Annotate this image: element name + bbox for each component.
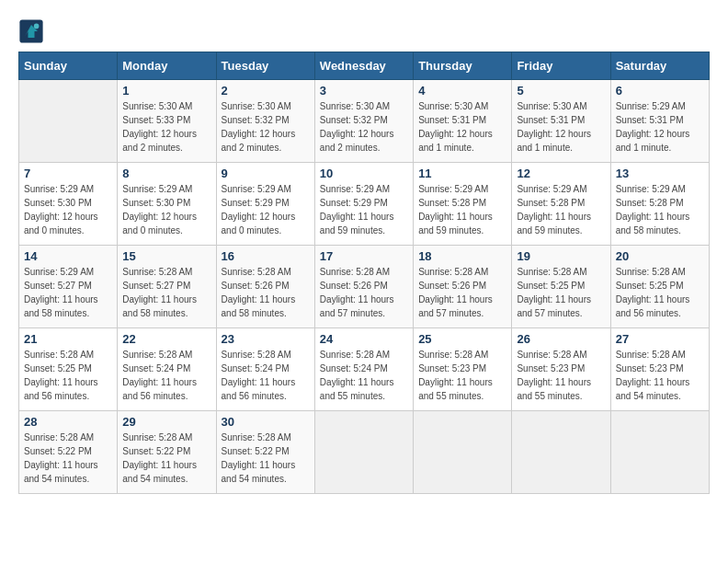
day-number: 24 xyxy=(320,332,408,346)
header-day: Wednesday xyxy=(314,52,413,80)
day-info: Sunrise: 5:30 AMSunset: 5:31 PMDaylight:… xyxy=(418,99,506,155)
day-number: 4 xyxy=(418,84,506,98)
header-day: Thursday xyxy=(414,52,512,80)
day-info: Sunrise: 5:28 AMSunset: 5:23 PMDaylight:… xyxy=(517,348,605,403)
calendar-cell: 18Sunrise: 5:28 AMSunset: 5:26 PMDayligh… xyxy=(414,246,512,328)
day-info: Sunrise: 5:28 AMSunset: 5:25 PMDaylight:… xyxy=(616,265,704,320)
calendar-week-row: 14Sunrise: 5:29 AMSunset: 5:27 PMDayligh… xyxy=(19,246,710,328)
logo-icon xyxy=(18,18,44,44)
day-number: 6 xyxy=(616,84,704,98)
calendar-cell: 11Sunrise: 5:29 AMSunset: 5:28 PMDayligh… xyxy=(414,163,512,246)
day-number: 30 xyxy=(222,415,310,429)
calendar-cell: 16Sunrise: 5:28 AMSunset: 5:26 PMDayligh… xyxy=(216,246,314,328)
header-row: SundayMondayTuesdayWednesdayThursdayFrid… xyxy=(19,52,710,80)
day-number: 25 xyxy=(418,332,506,346)
day-info: Sunrise: 5:28 AMSunset: 5:26 PMDaylight:… xyxy=(418,265,506,320)
calendar-cell: 21Sunrise: 5:28 AMSunset: 5:25 PMDayligh… xyxy=(19,328,118,411)
day-info: Sunrise: 5:28 AMSunset: 5:22 PMDaylight:… xyxy=(222,431,310,486)
calendar-week-row: 21Sunrise: 5:28 AMSunset: 5:25 PMDayligh… xyxy=(19,328,710,411)
calendar-cell: 19Sunrise: 5:28 AMSunset: 5:25 PMDayligh… xyxy=(512,246,610,328)
day-info: Sunrise: 5:28 AMSunset: 5:22 PMDaylight:… xyxy=(122,431,210,486)
day-number: 1 xyxy=(122,84,210,98)
header-day: Friday xyxy=(512,52,610,80)
day-number: 3 xyxy=(320,84,408,98)
day-info: Sunrise: 5:28 AMSunset: 5:27 PMDaylight:… xyxy=(122,265,210,320)
day-info: Sunrise: 5:29 AMSunset: 5:27 PMDaylight:… xyxy=(24,265,112,320)
day-number: 11 xyxy=(418,167,506,180)
day-info: Sunrise: 5:29 AMSunset: 5:28 PMDaylight:… xyxy=(517,182,605,237)
header-day: Monday xyxy=(118,52,216,80)
calendar-cell: 26Sunrise: 5:28 AMSunset: 5:23 PMDayligh… xyxy=(512,328,610,411)
calendar-cell xyxy=(512,411,610,494)
day-info: Sunrise: 5:29 AMSunset: 5:31 PMDaylight:… xyxy=(616,99,704,155)
calendar-cell: 30Sunrise: 5:28 AMSunset: 5:22 PMDayligh… xyxy=(216,411,314,494)
day-number: 9 xyxy=(222,167,310,180)
day-info: Sunrise: 5:28 AMSunset: 5:24 PMDaylight:… xyxy=(122,348,210,403)
calendar-cell: 4Sunrise: 5:30 AMSunset: 5:31 PMDaylight… xyxy=(414,80,512,163)
calendar-cell: 2Sunrise: 5:30 AMSunset: 5:32 PMDaylight… xyxy=(216,80,314,163)
calendar-cell: 7Sunrise: 5:29 AMSunset: 5:30 PMDaylight… xyxy=(19,163,118,246)
calendar-table: SundayMondayTuesdayWednesdayThursdayFrid… xyxy=(18,52,710,494)
day-info: Sunrise: 5:28 AMSunset: 5:24 PMDaylight:… xyxy=(320,348,408,403)
calendar-cell: 1Sunrise: 5:30 AMSunset: 5:33 PMDaylight… xyxy=(118,80,216,163)
day-number: 16 xyxy=(222,249,310,263)
calendar-cell: 14Sunrise: 5:29 AMSunset: 5:27 PMDayligh… xyxy=(19,246,118,328)
day-number: 23 xyxy=(222,332,310,346)
day-info: Sunrise: 5:28 AMSunset: 5:26 PMDaylight:… xyxy=(320,265,408,320)
day-info: Sunrise: 5:30 AMSunset: 5:32 PMDaylight:… xyxy=(320,99,408,155)
calendar-cell xyxy=(314,411,413,494)
day-number: 12 xyxy=(517,167,605,180)
day-info: Sunrise: 5:29 AMSunset: 5:30 PMDaylight:… xyxy=(24,182,112,237)
day-info: Sunrise: 5:28 AMSunset: 5:25 PMDaylight:… xyxy=(517,265,605,320)
calendar-cell: 29Sunrise: 5:28 AMSunset: 5:22 PMDayligh… xyxy=(118,411,216,494)
calendar-week-row: 1Sunrise: 5:30 AMSunset: 5:33 PMDaylight… xyxy=(19,80,710,163)
day-number: 17 xyxy=(320,249,408,263)
day-number: 19 xyxy=(517,249,605,263)
day-info: Sunrise: 5:28 AMSunset: 5:22 PMDaylight:… xyxy=(24,431,112,486)
day-number: 29 xyxy=(122,415,210,429)
day-info: Sunrise: 5:30 AMSunset: 5:33 PMDaylight:… xyxy=(122,99,210,155)
day-number: 13 xyxy=(616,167,704,180)
calendar-cell: 25Sunrise: 5:28 AMSunset: 5:23 PMDayligh… xyxy=(414,328,512,411)
calendar-cell: 22Sunrise: 5:28 AMSunset: 5:24 PMDayligh… xyxy=(118,328,216,411)
day-number: 2 xyxy=(222,84,310,98)
day-number: 15 xyxy=(122,249,210,263)
calendar-cell: 20Sunrise: 5:28 AMSunset: 5:25 PMDayligh… xyxy=(610,246,709,328)
calendar-cell: 17Sunrise: 5:28 AMSunset: 5:26 PMDayligh… xyxy=(314,246,413,328)
header-day: Saturday xyxy=(610,52,709,80)
day-number: 8 xyxy=(122,167,210,180)
calendar-cell xyxy=(414,411,512,494)
calendar-cell: 28Sunrise: 5:28 AMSunset: 5:22 PMDayligh… xyxy=(19,411,118,494)
day-number: 22 xyxy=(122,332,210,346)
day-number: 14 xyxy=(24,249,112,263)
calendar-cell: 5Sunrise: 5:30 AMSunset: 5:31 PMDaylight… xyxy=(512,80,610,163)
calendar-cell: 10Sunrise: 5:29 AMSunset: 5:29 PMDayligh… xyxy=(314,163,413,246)
day-info: Sunrise: 5:29 AMSunset: 5:29 PMDaylight:… xyxy=(222,182,310,237)
calendar-cell: 12Sunrise: 5:29 AMSunset: 5:28 PMDayligh… xyxy=(512,163,610,246)
calendar-cell: 8Sunrise: 5:29 AMSunset: 5:30 PMDaylight… xyxy=(118,163,216,246)
day-info: Sunrise: 5:28 AMSunset: 5:24 PMDaylight:… xyxy=(222,348,310,403)
calendar-cell: 6Sunrise: 5:29 AMSunset: 5:31 PMDaylight… xyxy=(610,80,709,163)
day-number: 21 xyxy=(24,332,112,346)
day-info: Sunrise: 5:29 AMSunset: 5:30 PMDaylight:… xyxy=(122,182,210,237)
day-info: Sunrise: 5:28 AMSunset: 5:23 PMDaylight:… xyxy=(616,348,704,403)
day-info: Sunrise: 5:30 AMSunset: 5:31 PMDaylight:… xyxy=(517,99,605,155)
day-info: Sunrise: 5:28 AMSunset: 5:25 PMDaylight:… xyxy=(24,348,112,403)
calendar-week-row: 7Sunrise: 5:29 AMSunset: 5:30 PMDaylight… xyxy=(19,163,710,246)
day-info: Sunrise: 5:29 AMSunset: 5:28 PMDaylight:… xyxy=(616,182,704,237)
calendar-cell: 9Sunrise: 5:29 AMSunset: 5:29 PMDaylight… xyxy=(216,163,314,246)
svg-point-2 xyxy=(34,24,40,29)
calendar-week-row: 28Sunrise: 5:28 AMSunset: 5:22 PMDayligh… xyxy=(19,411,710,494)
logo xyxy=(18,18,48,44)
day-info: Sunrise: 5:30 AMSunset: 5:32 PMDaylight:… xyxy=(222,99,310,155)
day-number: 10 xyxy=(320,167,408,180)
day-info: Sunrise: 5:29 AMSunset: 5:29 PMDaylight:… xyxy=(320,182,408,237)
header-day: Tuesday xyxy=(216,52,314,80)
day-info: Sunrise: 5:28 AMSunset: 5:23 PMDaylight:… xyxy=(418,348,506,403)
calendar-cell xyxy=(610,411,709,494)
calendar-cell: 24Sunrise: 5:28 AMSunset: 5:24 PMDayligh… xyxy=(314,328,413,411)
calendar-cell: 3Sunrise: 5:30 AMSunset: 5:32 PMDaylight… xyxy=(314,80,413,163)
header-day: Sunday xyxy=(19,52,118,80)
day-number: 26 xyxy=(517,332,605,346)
day-number: 7 xyxy=(24,167,112,180)
